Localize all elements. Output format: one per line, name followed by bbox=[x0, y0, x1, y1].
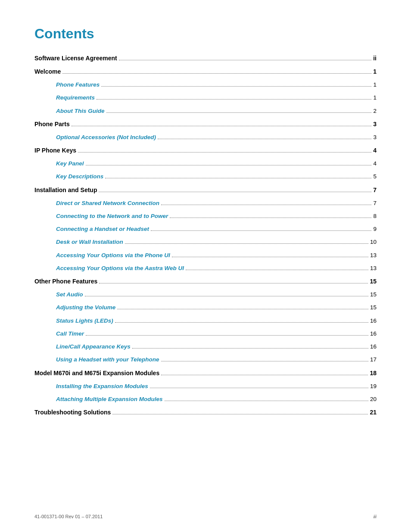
toc-page-12: 8 bbox=[373, 212, 377, 221]
toc-page-3: 1 bbox=[373, 93, 377, 102]
toc-page-0: ii bbox=[373, 54, 377, 63]
toc-item-24[interactable]: Model M670i and M675i Expansion Modules1… bbox=[34, 369, 377, 378]
toc-item-5[interactable]: Phone Parts3 bbox=[34, 120, 377, 129]
page-footer: 41-001371-00 Rev 01 – 07.2011 iii bbox=[0, 514, 411, 519]
toc-page-7: 4 bbox=[373, 146, 377, 155]
toc-page-18: 15 bbox=[370, 290, 377, 299]
toc-item-23[interactable]: Using a Headset with your Telephone17 bbox=[56, 355, 377, 364]
toc-label-12: Connecting to the Network and to Power bbox=[56, 212, 168, 221]
toc-page-24: 18 bbox=[370, 369, 377, 378]
toc-label-6: Optional Accessories (Not Included) bbox=[56, 133, 156, 142]
toc-label-16: Accessing Your Options via the Aastra We… bbox=[56, 264, 184, 273]
toc-item-17[interactable]: Other Phone Features15 bbox=[34, 277, 377, 286]
toc-page-6: 3 bbox=[373, 133, 377, 142]
toc-dots-26 bbox=[165, 401, 368, 401]
toc-page-8: 4 bbox=[373, 159, 377, 168]
toc-dots-27 bbox=[112, 414, 368, 414]
toc-item-27[interactable]: Troubleshooting Solutions21 bbox=[34, 408, 377, 417]
toc-page-5: 3 bbox=[373, 120, 377, 129]
toc-item-11[interactable]: Direct or Shared Network Connection7 bbox=[56, 199, 377, 208]
toc-dots-7 bbox=[78, 152, 371, 152]
page-container: Contents Software License AgreementiiWel… bbox=[0, 0, 411, 456]
toc-dots-16 bbox=[186, 270, 368, 270]
toc-page-19: 15 bbox=[370, 303, 377, 312]
toc-item-3[interactable]: Requirements1 bbox=[56, 93, 377, 102]
toc-item-6[interactable]: Optional Accessories (Not Included)3 bbox=[56, 133, 377, 142]
toc-item-20[interactable]: Status Lights (LEDs)16 bbox=[56, 317, 377, 325]
toc-label-8: Key Panel bbox=[56, 159, 84, 168]
toc-page-23: 17 bbox=[370, 355, 377, 364]
toc-item-4[interactable]: About This Guide2 bbox=[56, 107, 377, 115]
toc-label-22: Line/Call Appearance Keys bbox=[56, 342, 131, 351]
toc-item-2[interactable]: Phone Features1 bbox=[56, 81, 377, 89]
toc-item-16[interactable]: Accessing Your Options via the Aastra We… bbox=[56, 264, 377, 273]
toc-label-4: About This Guide bbox=[56, 107, 105, 115]
toc-page-4: 2 bbox=[373, 107, 377, 115]
toc-page-2: 1 bbox=[373, 81, 377, 89]
toc-label-24: Model M670i and M675i Expansion Modules bbox=[34, 369, 159, 378]
toc-item-15[interactable]: Accessing Your Options via the Phone UI1… bbox=[56, 251, 377, 260]
toc-page-15: 13 bbox=[370, 251, 377, 260]
toc-dots-15 bbox=[172, 257, 368, 257]
toc-item-14[interactable]: Desk or Wall Installation10 bbox=[56, 238, 377, 246]
toc-page-22: 16 bbox=[370, 342, 377, 351]
toc-label-26: Attaching Multiple Expansion Modules bbox=[56, 395, 163, 404]
toc-dots-0 bbox=[119, 60, 372, 60]
toc-page-17: 15 bbox=[370, 277, 377, 286]
toc-page-27: 21 bbox=[370, 408, 377, 417]
toc-item-10[interactable]: Installation and Setup7 bbox=[34, 186, 377, 195]
footer-doc-number: 41-001371-00 Rev 01 – 07.2011 bbox=[34, 514, 103, 519]
toc-item-13[interactable]: Connecting a Handset or Headset9 bbox=[56, 225, 377, 233]
toc-dots-9 bbox=[105, 178, 371, 178]
toc-dots-13 bbox=[151, 230, 371, 231]
toc-label-0: Software License Agreement bbox=[34, 54, 117, 63]
toc-label-13: Connecting a Handset or Headset bbox=[56, 225, 149, 233]
toc-dots-22 bbox=[132, 348, 368, 348]
toc-dots-17 bbox=[99, 283, 368, 283]
toc-label-19: Adjusting the Volume bbox=[56, 303, 115, 312]
toc-label-7: IP Phone Keys bbox=[34, 146, 76, 155]
page-title: Contents bbox=[34, 26, 377, 42]
toc-dots-23 bbox=[161, 361, 368, 361]
toc-dots-24 bbox=[161, 375, 368, 375]
toc-dots-8 bbox=[86, 165, 372, 165]
toc-dots-6 bbox=[158, 139, 371, 139]
toc-label-11: Direct or Shared Network Connection bbox=[56, 199, 159, 208]
toc-item-19[interactable]: Adjusting the Volume15 bbox=[56, 303, 377, 312]
toc-item-1[interactable]: Welcome1 bbox=[34, 67, 377, 76]
toc-item-8[interactable]: Key Panel4 bbox=[56, 159, 377, 168]
toc-dots-1 bbox=[62, 73, 371, 74]
toc-item-25[interactable]: Installing the Expansion Modules19 bbox=[56, 382, 377, 391]
toc-label-14: Desk or Wall Installation bbox=[56, 238, 123, 246]
toc-dots-14 bbox=[125, 243, 368, 244]
toc-item-18[interactable]: Set Audio15 bbox=[56, 290, 377, 299]
toc-label-27: Troubleshooting Solutions bbox=[34, 408, 111, 417]
toc-dots-3 bbox=[97, 99, 371, 100]
toc-page-16: 13 bbox=[370, 264, 377, 273]
toc-page-14: 10 bbox=[370, 238, 377, 246]
toc-item-22[interactable]: Line/Call Appearance Keys16 bbox=[56, 342, 377, 351]
toc-item-21[interactable]: Call Timer16 bbox=[56, 330, 377, 338]
toc-page-21: 16 bbox=[370, 330, 377, 338]
toc-label-25: Installing the Expansion Modules bbox=[56, 382, 148, 391]
toc-item-7[interactable]: IP Phone Keys4 bbox=[34, 146, 377, 155]
toc-label-1: Welcome bbox=[34, 67, 61, 76]
toc-dots-25 bbox=[150, 388, 368, 388]
toc-dots-19 bbox=[117, 309, 368, 309]
toc-page-1: 1 bbox=[373, 67, 377, 76]
toc-page-13: 9 bbox=[373, 225, 377, 233]
toc-item-0[interactable]: Software License Agreementii bbox=[34, 54, 377, 63]
toc-item-12[interactable]: Connecting to the Network and to Power8 bbox=[56, 212, 377, 221]
toc-label-10: Installation and Setup bbox=[34, 186, 97, 195]
toc-item-26[interactable]: Attaching Multiple Expansion Modules20 bbox=[56, 395, 377, 404]
toc-label-9: Key Descriptions bbox=[56, 172, 103, 181]
toc-page-10: 7 bbox=[373, 186, 377, 195]
toc-page-20: 16 bbox=[370, 317, 377, 325]
toc-page-11: 7 bbox=[373, 199, 377, 208]
toc-dots-10 bbox=[99, 192, 371, 192]
toc-dots-18 bbox=[85, 296, 368, 296]
toc-label-2: Phone Features bbox=[56, 81, 100, 89]
toc-item-9[interactable]: Key Descriptions5 bbox=[56, 172, 377, 181]
toc-label-17: Other Phone Features bbox=[34, 277, 97, 286]
footer-page-number: iii bbox=[374, 514, 377, 519]
